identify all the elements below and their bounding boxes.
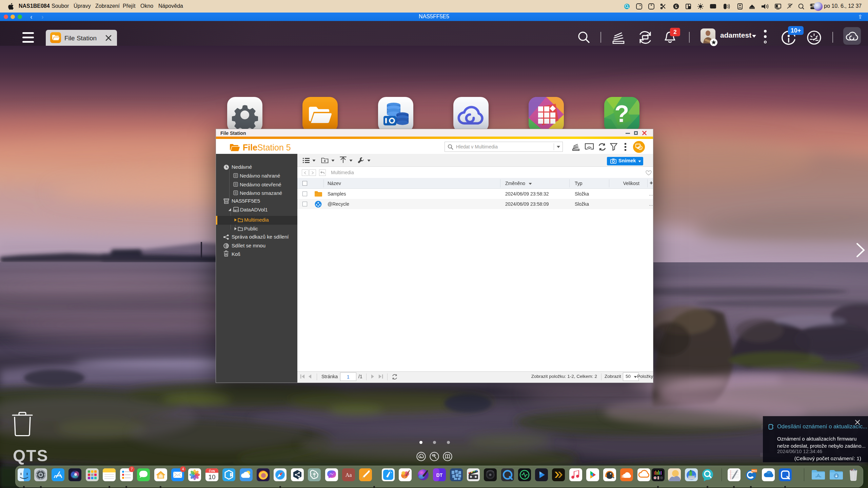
svg-text:DT: DT bbox=[436, 472, 443, 478]
svg-text:HDMI: HDMI bbox=[710, 5, 716, 7]
svg-text:Aa: Aa bbox=[346, 472, 352, 478]
svg-text:10: 10 bbox=[208, 473, 215, 481]
svg-text:ČVN: ČVN bbox=[209, 469, 215, 473]
svg-text:?: ? bbox=[615, 101, 629, 127]
svg-text:PRO: PRO bbox=[752, 470, 757, 472]
